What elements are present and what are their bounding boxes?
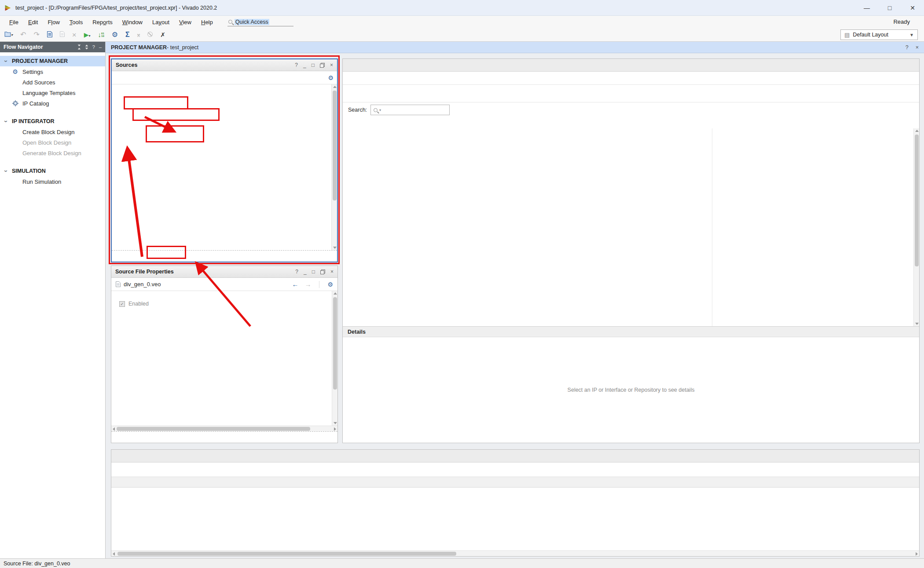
open-project-button[interactable]: ▾ bbox=[4, 31, 13, 38]
sfp-panel-header[interactable]: Source File Properties ? _ □ × bbox=[111, 266, 337, 278]
close-panel-icon[interactable]: × bbox=[330, 62, 333, 68]
expand-all-icon[interactable] bbox=[85, 44, 88, 50]
sidebar-item-label: Run Simulation bbox=[22, 178, 61, 185]
close-panel-icon[interactable]: × bbox=[330, 269, 334, 275]
undo-icon: ↶ bbox=[20, 31, 26, 38]
minimize-panel-icon[interactable]: _ bbox=[304, 269, 307, 275]
maximize-panel-icon[interactable]: □ bbox=[312, 62, 315, 68]
enabled-checkbox[interactable]: ✓ bbox=[119, 301, 125, 307]
menu-layout[interactable]: Layout bbox=[147, 17, 174, 27]
sidebar-section-ip-integrator: ›IP INTEGRATORCreate Block DesignOpen Bl… bbox=[0, 116, 105, 158]
sidebar-item-generate-block-design[interactable]: Generate Block Design bbox=[0, 148, 105, 158]
chevron-down-icon[interactable]: › bbox=[3, 59, 9, 64]
sources-toolbar: ⚙ bbox=[112, 71, 337, 84]
close-icon[interactable]: × bbox=[916, 44, 919, 51]
chevron-down-icon[interactable]: › bbox=[3, 119, 9, 124]
ip-catalog-panel: Search: ▾ Details Select an IP or Interf… bbox=[342, 58, 920, 443]
menu-flow[interactable]: Flow bbox=[43, 17, 64, 27]
sidebar-section-header[interactable]: ›SIMULATION bbox=[0, 166, 105, 176]
sources-panel-header[interactable]: Sources ? _ □ × bbox=[112, 59, 337, 71]
layout-selector-label: Default Layout bbox=[853, 32, 888, 38]
sfp-enabled-row: ✓ Enabled bbox=[119, 297, 337, 310]
cancel-run-3-button[interactable]: ✗ bbox=[160, 32, 165, 38]
enabled-label: Enabled bbox=[128, 301, 149, 307]
redo-icon: ↷ bbox=[33, 31, 39, 38]
minimize-panel-icon[interactable]: ‒ bbox=[99, 44, 102, 50]
sfp-tabs bbox=[111, 431, 337, 443]
settings-gear-button[interactable]: ⚙ bbox=[112, 31, 118, 38]
search-input[interactable]: ▾ bbox=[370, 105, 450, 115]
gear-icon[interactable]: ⚙ bbox=[327, 281, 333, 288]
run-button[interactable]: ▶▾ bbox=[84, 32, 91, 38]
help-icon[interactable]: ? bbox=[295, 62, 298, 68]
close-window-icon[interactable]: ✕ bbox=[901, 0, 924, 16]
help-icon[interactable]: ? bbox=[906, 44, 909, 51]
ip-catalog-scrollbar[interactable] bbox=[913, 128, 919, 326]
vivado-logo-icon bbox=[4, 4, 11, 11]
layout-icon: ▤ bbox=[844, 32, 850, 38]
menu-tools[interactable]: Tools bbox=[65, 17, 88, 27]
sidebar-item-open-block-design[interactable]: Open Block Design bbox=[0, 137, 105, 148]
sidebar-section-header[interactable]: ›PROJECT MANAGER bbox=[0, 56, 105, 66]
statusbar-text: Source File: div_gen_0.veo bbox=[4, 561, 70, 567]
sidebar-item-label: Add Sources bbox=[22, 79, 55, 86]
sidebar-section-label: SIMULATION bbox=[12, 168, 46, 174]
ip-catalog-subtabs bbox=[343, 72, 919, 85]
cancel-run-1-icon: x bbox=[137, 32, 140, 38]
gear-icon: ⚙ bbox=[12, 69, 18, 75]
minimize-panel-icon[interactable]: _ bbox=[303, 62, 306, 68]
float-panel-icon[interactable] bbox=[320, 63, 325, 68]
maximize-panel-icon[interactable]: □ bbox=[312, 269, 315, 275]
help-icon[interactable]: ? bbox=[295, 269, 298, 275]
sfp-fields: ✓ Enabled bbox=[111, 291, 337, 426]
sidebar-section-header[interactable]: ›IP INTEGRATOR bbox=[0, 116, 105, 127]
cancel-run-2-button[interactable] bbox=[147, 32, 153, 38]
sidebar-item-label: Open Block Design bbox=[22, 139, 71, 146]
document-tabs bbox=[343, 59, 919, 72]
sidebar-item-label: Create Block Design bbox=[22, 129, 75, 135]
menu-window[interactable]: Window bbox=[117, 17, 147, 27]
forward-icon[interactable]: → bbox=[304, 280, 311, 288]
goto-bitstream-icon: ↓0110 bbox=[98, 31, 104, 38]
main-toolbar: ▾↶↷×▶▾↓0110⚙Σx✗ bbox=[0, 28, 924, 42]
menu-view[interactable]: View bbox=[174, 17, 196, 27]
back-icon[interactable]: ← bbox=[292, 280, 298, 288]
redo-button[interactable]: ↷ bbox=[33, 31, 39, 38]
sfp-file-row: div_gen_0.veo ← → ⚙ bbox=[111, 278, 337, 291]
minimize-window-icon[interactable]: — bbox=[855, 0, 878, 16]
design-runs-hscrollbar[interactable] bbox=[111, 550, 919, 556]
sidebar-item-settings[interactable]: ⚙Settings bbox=[0, 66, 105, 77]
sidebar-item-ip-catalog[interactable]: IP Catalog bbox=[0, 98, 105, 109]
design-runs-column-headers bbox=[111, 477, 919, 488]
sidebar-item-add-sources[interactable]: Add Sources bbox=[0, 77, 105, 87]
help-icon[interactable]: ? bbox=[92, 44, 95, 50]
sidebar-item-run-simulation[interactable]: Run Simulation bbox=[0, 176, 105, 187]
float-panel-icon[interactable] bbox=[320, 269, 325, 274]
design-runs-panel bbox=[111, 449, 920, 557]
menu-help[interactable]: Help bbox=[196, 17, 218, 27]
undo-button[interactable]: ↶ bbox=[20, 31, 26, 38]
cancel-run-1-button[interactable]: x bbox=[137, 32, 140, 38]
sidebar-item-label: Generate Block Design bbox=[22, 150, 81, 157]
save-file-button[interactable] bbox=[47, 31, 52, 39]
search-icon bbox=[374, 108, 378, 112]
sidebar-item-create-block-design[interactable]: Create Block Design bbox=[0, 127, 105, 137]
menu-edit[interactable]: Edit bbox=[23, 17, 43, 27]
goto-bitstream-button[interactable]: ↓0110 bbox=[98, 31, 104, 38]
gear-icon[interactable]: ⚙ bbox=[328, 75, 334, 81]
collapse-all-icon[interactable] bbox=[77, 44, 81, 50]
menu-file[interactable]: File bbox=[4, 17, 23, 27]
sidebar-item-label: Settings bbox=[22, 69, 43, 75]
sources-scrollbar[interactable] bbox=[331, 84, 337, 250]
sidebar-item-language-templates[interactable]: Language Templates bbox=[0, 87, 105, 98]
sfp-hscrollbar[interactable] bbox=[111, 426, 337, 431]
layout-selector[interactable]: ▤ Default Layout ▼ bbox=[840, 29, 918, 40]
paste-button[interactable] bbox=[60, 31, 65, 38]
quick-access-input[interactable]: Quick Access bbox=[227, 18, 293, 26]
report-sigma-button[interactable]: Σ bbox=[125, 31, 130, 38]
maximize-window-icon[interactable]: □ bbox=[878, 0, 901, 16]
chevron-down-icon[interactable]: › bbox=[3, 169, 9, 174]
sfp-scrollbar[interactable] bbox=[332, 291, 337, 426]
menu-reports[interactable]: Reports bbox=[88, 17, 117, 27]
delete-button[interactable]: × bbox=[72, 31, 77, 39]
